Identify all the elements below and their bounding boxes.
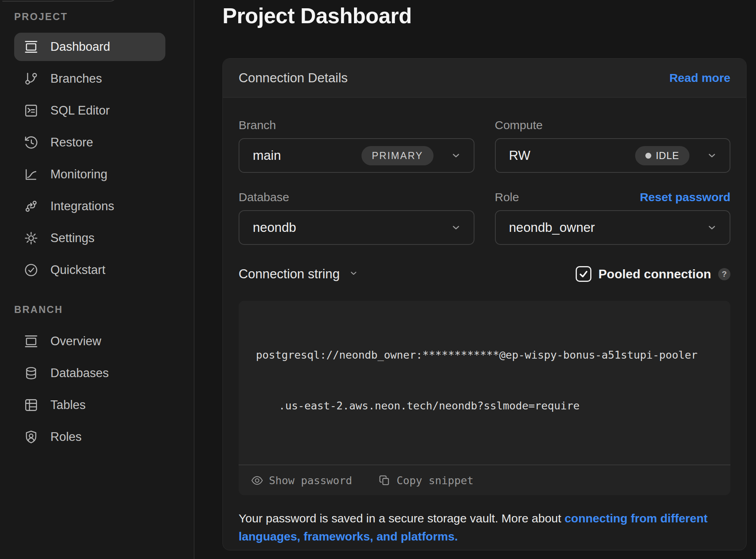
connection-string-label: Connection string: [239, 267, 340, 281]
monitoring-chart-icon: [24, 167, 39, 182]
compute-label: Compute: [495, 118, 543, 132]
connection-string-line1: postgresql://neondb_owner:************@e…: [256, 346, 719, 363]
card-body: Branch main PRIMARY Compute: [223, 98, 746, 546]
sidebar-item-branches[interactable]: Branches: [14, 65, 165, 93]
field-row-1: Branch main PRIMARY Compute: [239, 118, 730, 173]
sidebar-item-label: Settings: [50, 231, 94, 245]
sidebar-item-label: Tables: [50, 398, 86, 412]
chevron-down-icon: [348, 268, 360, 280]
database-icon: [24, 366, 39, 381]
role-label: Role: [495, 191, 519, 204]
connection-string-text: postgresql://neondb_owner:************@e…: [239, 301, 730, 448]
project-selector-edge: [2, 0, 117, 2]
show-password-label: Show password: [269, 474, 352, 487]
sidebar-item-roles[interactable]: Roles: [14, 423, 165, 451]
sidebar-item-label: SQL Editor: [50, 104, 109, 118]
sidebar-item-label: Overview: [50, 334, 101, 348]
table-icon: [24, 398, 39, 413]
sidebar-item-label: Quickstart: [50, 263, 106, 277]
sidebar-item-label: Restore: [50, 135, 93, 150]
card-header: Connection Details Read more: [223, 59, 746, 98]
branch-nav: Overview Databases Tables Roles: [14, 327, 165, 455]
chevron-down-icon: [706, 150, 718, 161]
branch-value: main: [253, 148, 281, 163]
connection-string-row: Connection string Pooled connection ?: [239, 265, 730, 283]
copy-snippet-label: Copy snippet: [397, 474, 473, 487]
sidebar-item-sql-editor[interactable]: SQL Editor: [14, 96, 165, 125]
sidebar-item-label: Monitoring: [50, 167, 107, 181]
chevron-down-icon: [706, 222, 718, 233]
chevron-down-icon: [450, 150, 462, 161]
page-title: Project Dashboard: [222, 3, 412, 28]
compute-select[interactable]: RW IDLE: [495, 138, 731, 173]
shield-user-icon: [24, 429, 39, 444]
git-branch-icon: [24, 71, 39, 86]
restore-clock-icon: [24, 135, 39, 150]
sidebar-item-label: Databases: [50, 366, 109, 380]
idle-badge-label: IDLE: [656, 150, 679, 161]
idle-badge: IDLE: [635, 146, 689, 165]
sidebar-section-branch: BRANCH: [14, 304, 63, 315]
dashboard-icon: [24, 39, 39, 54]
compute-value: RW: [509, 148, 530, 163]
sidebar-item-settings[interactable]: Settings: [14, 224, 165, 252]
compute-field: Compute RW IDLE: [495, 118, 731, 173]
sidebar-item-quickstart[interactable]: Quickstart: [14, 256, 165, 284]
sidebar-item-monitoring[interactable]: Monitoring: [14, 160, 165, 189]
chevron-down-icon: [450, 222, 462, 233]
connection-details-card: Connection Details Read more Branch main…: [222, 58, 747, 550]
pooled-connection-checkbox[interactable]: [576, 266, 591, 282]
database-select[interactable]: neondb: [239, 210, 474, 245]
sidebar-section-project: PROJECT: [14, 11, 68, 22]
database-field: Database neondb: [239, 190, 474, 245]
pooled-connection-control: Pooled connection ?: [576, 266, 730, 282]
gear-icon: [24, 231, 39, 246]
connection-string-code-block: postgresql://neondb_owner:************@e…: [239, 301, 730, 495]
copy-snippet-button[interactable]: Copy snippet: [378, 474, 473, 487]
sidebar-item-label: Branches: [50, 72, 102, 86]
role-value: neondb_owner: [509, 220, 595, 235]
branch-select[interactable]: main PRIMARY: [239, 138, 474, 173]
sidebar-item-integrations[interactable]: Integrations: [14, 192, 165, 220]
role-field: Role Reset password neondb_owner: [495, 190, 731, 245]
overview-icon: [24, 334, 39, 349]
sidebar-item-label: Roles: [50, 430, 82, 444]
password-note-text: Your password is saved in a secure stora…: [239, 512, 565, 525]
sidebar: PROJECT Dashboard Branches SQL Editor: [0, 0, 195, 559]
help-icon[interactable]: ?: [718, 268, 730, 280]
check-circle-icon: [24, 263, 39, 278]
reset-password-link[interactable]: Reset password: [640, 191, 730, 204]
card-title: Connection Details: [239, 70, 348, 85]
field-row-2: Database neondb Role Reset password: [239, 190, 730, 245]
read-more-link[interactable]: Read more: [669, 71, 730, 85]
integrations-icon: [24, 199, 39, 214]
database-label: Database: [239, 191, 289, 204]
neon-console-screen: PROJECT Dashboard Branches SQL Editor: [0, 0, 756, 559]
sidebar-item-databases[interactable]: Databases: [14, 359, 165, 387]
idle-status-dot: [645, 153, 651, 159]
sidebar-item-label: Integrations: [50, 199, 114, 213]
connection-string-line2: .us-east-2.aws.neon.tech/neondb?sslmode=…: [256, 397, 719, 414]
sql-editor-icon: [24, 103, 39, 118]
password-note: Your password is saved in a secure stora…: [239, 509, 717, 546]
connection-string-dropdown[interactable]: Connection string: [239, 267, 360, 281]
project-nav: Dashboard Branches SQL Editor Restore: [14, 33, 165, 288]
code-block-footer: Show password Copy snippet: [239, 465, 730, 495]
sidebar-item-label: Dashboard: [50, 40, 110, 54]
database-value: neondb: [253, 220, 296, 235]
show-password-button[interactable]: Show password: [250, 474, 352, 487]
sidebar-item-tables[interactable]: Tables: [14, 391, 165, 419]
sidebar-item-overview[interactable]: Overview: [14, 327, 165, 355]
sidebar-item-restore[interactable]: Restore: [14, 128, 165, 157]
branch-field: Branch main PRIMARY: [239, 118, 474, 173]
sidebar-item-dashboard[interactable]: Dashboard: [14, 33, 165, 61]
branch-label: Branch: [239, 118, 276, 132]
primary-badge: PRIMARY: [361, 146, 433, 165]
pooled-connection-label: Pooled connection: [598, 267, 711, 281]
role-select[interactable]: neondb_owner: [495, 210, 731, 245]
